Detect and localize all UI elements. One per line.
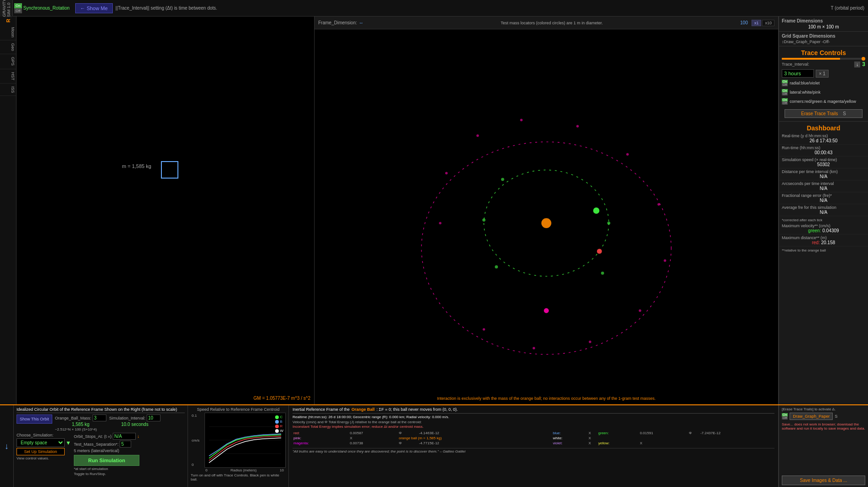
draw-graph-on-off[interactable]: On Off — [782, 413, 788, 420]
down-arrow-icon[interactable]: ↓ — [5, 442, 9, 451]
corners-toggle-row: On Off corners:red/green & magenta/yello… — [779, 97, 868, 106]
sim-interval-group: Simulation_Interval: 10.0 seconds — [109, 414, 160, 427]
mass-label: m = 1,585 kg — [122, 163, 151, 169]
sim-speed-value: 50302 — [782, 162, 865, 167]
bottom-section: ↓ Idealized Circular Orbit of the Refere… — [0, 404, 868, 487]
grid-sq-title: Grid Square Dimensions — [782, 34, 865, 39]
ref-frame-suffix: : ΣF = 0; this ball never moves from (0,… — [376, 407, 458, 412]
test-mass-sep-row: Test_Mass_Separation*: — [74, 441, 139, 448]
sidebar-item-iss[interactable]: ISS — [0, 84, 16, 96]
legend-r: R — [275, 424, 283, 428]
show-me-button[interactable]: ← Show Me — [75, 3, 113, 13]
sidebar-item-gps[interactable]: GPS — [0, 54, 16, 69]
test-mass-sep-input[interactable] — [120, 441, 131, 448]
dist-interval-row: Distance per time interval (km) N/A — [779, 168, 868, 180]
lateral-label: lateral:white/pink — [790, 90, 820, 95]
graph-x-label: Radius (meters) — [231, 468, 257, 472]
data-green-e: -7.2437E-12 — [700, 431, 774, 435]
svg-point-19 — [639, 309, 641, 312]
trace-interval-label: Trace_Interval: — [782, 62, 852, 67]
max-dist-value: red: 20.158 — [782, 240, 865, 245]
data-violet-x: X — [588, 441, 597, 445]
corners-on-button[interactable]: On — [782, 98, 788, 101]
hours-x1-row: × 1 — [779, 68, 868, 78]
sidebar-item-geo[interactable]: Geo — [0, 40, 16, 54]
erase-trace-trails-button[interactable]: Erase Trace Trails S — [785, 109, 862, 118]
data-yellow-label: yellow: — [598, 441, 609, 445]
draw-graph-on-button[interactable]: On — [782, 413, 788, 416]
corners-off-button[interactable]: Off — [782, 101, 788, 105]
radial-toggle-row: On Off radial:blue/violet — [779, 79, 868, 87]
orbital-period-label: T (orbital period) — [831, 6, 864, 11]
legend-b-label: B — [280, 420, 282, 424]
radial-on-button[interactable]: On — [782, 80, 788, 83]
choose-sim-select[interactable]: Empty space — [17, 438, 65, 447]
corners-on-off[interactable]: On Off — [782, 98, 788, 105]
max-vel-value: green: 0.04309 — [782, 228, 865, 233]
graph-y-max: 0.1 — [192, 414, 204, 418]
data-green-phi: Φ — [689, 431, 699, 435]
data-white-label: white: — [553, 436, 563, 440]
sync-off-button[interactable]: Off — [14, 8, 22, 13]
svg-point-17 — [658, 203, 660, 206]
svg-point-8 — [495, 265, 498, 269]
arcsec-value: N/A — [782, 186, 865, 191]
sim-interval-input[interactable] — [147, 414, 160, 421]
graph-x-min: 0 — [205, 468, 207, 472]
orbit-stops-arrow-icon: ↓ — [137, 434, 139, 439]
svg-point-16 — [626, 153, 629, 156]
orbit-stops-input[interactable] — [113, 433, 136, 440]
legend-b: B — [275, 420, 283, 424]
orbit-stops-group: Orbit_Stops_At: (t =) ↓ Test_Mass_Separa… — [74, 433, 139, 476]
orange-ball-mass-input[interactable] — [93, 414, 106, 421]
max-vel-row: Maximum velocity** (cm/s) green: 0.04309 — [779, 223, 868, 235]
draw-graph-off-button[interactable]: Off — [782, 416, 788, 420]
ob-mass-kg: 1,585 kg — [55, 422, 106, 427]
lateral-on-off[interactable]: On Off — [782, 89, 788, 95]
legend-r-dot — [275, 425, 279, 428]
frame-dim-x1-button[interactable]: x1 — [752, 20, 762, 26]
legend-w-label: W — [280, 429, 283, 433]
sync-toggle[interactable]: On Off — [14, 3, 22, 13]
top-info-text: ||Trace_Interval|| setting (Δt) is time … — [116, 6, 831, 11]
frame-dim-x10-button[interactable]: x10 — [762, 20, 774, 26]
toggle-note: Toggle to Run/Stop. — [74, 472, 139, 476]
sim-interval-input-row: Simulation_Interval: — [109, 414, 160, 421]
erase-section: Erase Trace Trails S — [779, 106, 868, 121]
x1-button[interactable]: × 1 — [816, 70, 829, 78]
svg-point-21 — [533, 347, 535, 349]
trace-interval-down-button[interactable]: ↓ — [854, 62, 860, 67]
draw-graph-paper-button[interactable]: Draw_Graph_Paper — [790, 413, 833, 420]
save-note: Save... does not work in browser; downlo… — [782, 422, 865, 431]
graph-legend: C B R W — [275, 415, 283, 433]
bottom-controls-row2: Choose_Simulation: Empty space ▼ Set Up … — [17, 433, 185, 476]
radial-off-button[interactable]: Off — [782, 83, 788, 86]
svg-point-7 — [482, 218, 486, 222]
sidebar-item-hst[interactable]: HST — [0, 69, 16, 84]
hours-input[interactable] — [782, 69, 814, 78]
bottom-right-info: Inertial Reference Frame of the Orange B… — [289, 405, 779, 487]
run-simulation-button[interactable]: Run Simulation — [74, 455, 139, 466]
choose-sim-arrow-icon[interactable]: ▼ — [66, 440, 71, 446]
data-pink-label: pink: — [293, 436, 301, 440]
sidebar-item-moon[interactable]: Moon — [0, 24, 16, 41]
sync-on-button[interactable]: On — [14, 3, 22, 8]
data-row-2: pink: X orange ball (m = 1,585 kg) white… — [293, 436, 774, 440]
lateral-off-button[interactable]: Off — [782, 92, 788, 95]
svg-point-12 — [445, 172, 448, 174]
save-images-button[interactable]: Save Images & Data ... — [782, 476, 865, 485]
max-vel-sub: green: — [808, 228, 821, 233]
svg-point-22 — [483, 328, 485, 330]
data-row-1: red: 0.00587 Φ -4.1463E-12 blue: X green… — [293, 431, 774, 435]
grid-sq-value: ↕Draw_Graph_Paper -Off- — [782, 39, 865, 44]
graph-x-max: 10 — [280, 468, 284, 472]
sidebar-r-label[interactable]: R — [5, 17, 12, 24]
radial-on-off[interactable]: On Off — [782, 80, 788, 86]
orbit-stops-row: Orbit_Stops_At: (t =) ↓ — [74, 433, 139, 440]
legend-c-dot — [275, 415, 279, 419]
svg-point-20 — [589, 341, 591, 343]
max-dist-row: Maximum distance** (m) red: 20.158 — [779, 235, 868, 246]
show-orbit-button[interactable]: Show This Orbit — [17, 414, 52, 424]
lateral-on-button[interactable]: On — [782, 89, 788, 92]
setup-sim-button[interactable]: Set Up Simulation — [17, 448, 65, 455]
